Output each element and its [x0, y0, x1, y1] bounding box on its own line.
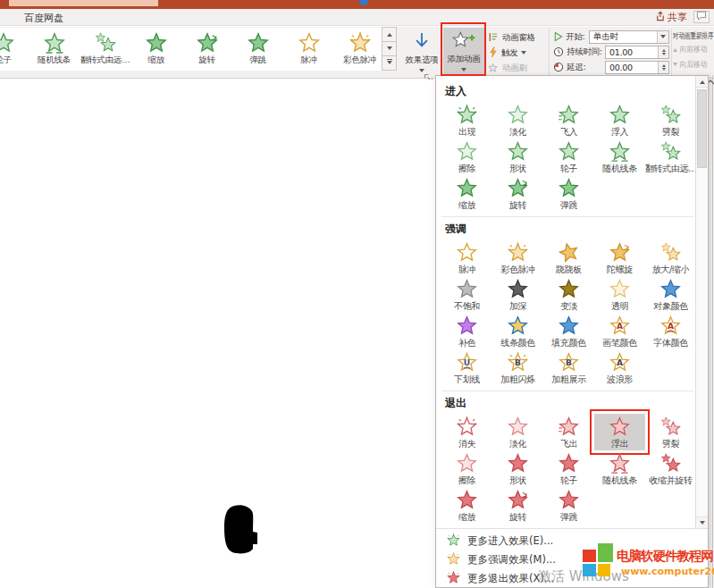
animation-effect-item[interactable]: 跷跷板 — [543, 239, 594, 276]
animation-pane-button[interactable]: 动画窗格 — [488, 30, 548, 46]
animation-effect-item[interactable]: 浮入 — [594, 102, 645, 139]
gallery-more-icon — [387, 59, 392, 67]
gallery-animation-item[interactable]: 弹跳 — [232, 31, 283, 71]
scroll-down-button[interactable] — [696, 517, 708, 528]
animation-effect-item[interactable]: 弹跳 — [543, 487, 594, 524]
animation-effect-item[interactable]: 收缩并旋转 — [645, 450, 695, 487]
gallery-more-button[interactable] — [382, 55, 397, 71]
animation-effect-item[interactable]: 缩放 — [441, 175, 492, 212]
animation-effect-item[interactable]: 不饱和 — [441, 276, 492, 313]
animation-effect-item[interactable]: 透明 — [594, 276, 645, 313]
effect-label: 跷跷板 — [556, 264, 582, 276]
animation-effect-item[interactable]: 擦除 — [441, 450, 492, 487]
comments-button[interactable] — [693, 11, 710, 23]
gallery-item-label: 彩色脉冲 — [343, 55, 376, 66]
gallery-animation-item[interactable]: 随机线条 — [29, 31, 80, 71]
star-effect-icon — [559, 276, 579, 299]
star-effect-icon — [660, 414, 681, 437]
combobox-dropdown-button[interactable] — [657, 31, 668, 43]
animation-effect-item[interactable]: 飞入 — [543, 102, 594, 139]
title-bar — [0, 0, 714, 9]
animation-effect-item[interactable]: B加粗展示 — [543, 349, 594, 386]
animation-effect-item[interactable]: 陀螺旋 — [594, 239, 645, 276]
animation-effect-item[interactable]: 劈裂 — [645, 414, 695, 450]
animation-effect-item[interactable]: B加粗闪烁 — [492, 349, 543, 386]
animation-effect-item[interactable]: 对象颜色 — [645, 276, 695, 313]
gallery-scroll-up-button[interactable] — [382, 27, 397, 42]
add-animation-button[interactable]: 添加动画 — [443, 28, 484, 76]
star-effect-icon — [609, 239, 630, 263]
effect-label: 画笔颜色 — [602, 337, 636, 349]
gallery-animation-item[interactable]: 翻转式由远… — [80, 31, 130, 71]
star-effect-icon — [44, 31, 65, 55]
animation-effect-item[interactable]: A画笔颜色 — [594, 313, 645, 349]
scroll-up-button[interactable] — [696, 76, 708, 88]
gallery-animation-item[interactable]: 轮子 — [0, 31, 29, 71]
start-combobox[interactable]: 单击时 — [589, 30, 669, 44]
black-ink-shape[interactable] — [220, 503, 261, 557]
effect-label: 消失 — [458, 438, 475, 450]
effects-grid: 脉冲彩色脉冲跷跷板陀螺旋放大/缩小不饱和加深变淡透明对象颜色补色线条颜色填充颜色… — [441, 239, 695, 386]
gallery-animation-item[interactable]: 缩放 — [130, 31, 181, 71]
animation-effect-item[interactable]: 缩放 — [441, 487, 492, 524]
star-menu-icon — [447, 533, 460, 550]
animation-effect-item[interactable]: 轮子 — [543, 450, 594, 487]
down-arrow-icon — [700, 521, 705, 527]
effect-label: 波浪形 — [607, 374, 633, 386]
animation-effect-item[interactable]: 弹跳 — [543, 175, 594, 212]
star-effect-icon — [95, 31, 116, 55]
spinner-buttons[interactable] — [658, 46, 668, 58]
menu-item-label: 更多进入效果(E)... — [467, 534, 553, 548]
animation-effect-item[interactable]: U下划线 — [441, 349, 492, 386]
delay-spinner[interactable]: 00.00 — [605, 61, 669, 74]
animation-effect-item[interactable]: 补色 — [441, 313, 492, 349]
trigger-button[interactable]: 触发 — [488, 46, 548, 61]
effect-label: 透明 — [611, 300, 628, 313]
gallery-animation-item[interactable]: 旋转 — [181, 31, 232, 71]
gallery-animation-item[interactable]: 脉冲 — [283, 31, 334, 71]
share-button[interactable]: 共享 — [655, 11, 687, 24]
panel-scrollbar[interactable] — [695, 76, 708, 528]
animation-effect-item[interactable]: 随机线条 — [594, 450, 645, 487]
logo-green-square — [598, 543, 613, 562]
spinner-buttons[interactable] — [658, 62, 668, 73]
animation-effect-item[interactable]: A波浪形 — [594, 349, 645, 386]
animation-effect-item[interactable]: A字体颜色 — [645, 313, 695, 349]
animation-effect-item[interactable]: 脉冲 — [441, 239, 492, 276]
animation-effect-item[interactable]: 翻转式由远… — [645, 139, 695, 175]
animation-effect-item[interactable]: 形状 — [492, 139, 543, 175]
titlebar-highlight — [9, 0, 158, 6]
gallery-item-label: 随机线条 — [38, 55, 71, 66]
duration-spinner[interactable]: 01.00 — [605, 46, 669, 59]
animation-effect-item[interactable]: 劈裂 — [645, 102, 695, 139]
section-title: 强调 — [445, 222, 695, 237]
animation-effect-item[interactable]: 出现 — [441, 102, 492, 139]
down-arrow-icon — [387, 46, 392, 53]
star-effect-icon: A — [609, 349, 630, 373]
animation-effect-item[interactable]: 加深 — [492, 276, 543, 313]
animation-effect-item[interactable]: 旋转 — [492, 175, 543, 212]
gallery-scroll-down-button[interactable] — [382, 41, 397, 56]
animation-effect-item[interactable]: 消失 — [441, 414, 492, 450]
animation-effect-item[interactable]: 飞出 — [543, 414, 594, 450]
effect-options-button[interactable]: 效果选项 — [400, 29, 443, 77]
animation-effect-item[interactable]: 彩色脉冲 — [492, 239, 543, 276]
animation-effect-item[interactable]: 填充颜色 — [543, 313, 594, 349]
animation-effect-item[interactable]: 随机线条 — [594, 139, 645, 175]
comment-icon — [696, 11, 707, 23]
scrollbar-thumb[interactable] — [697, 89, 707, 168]
animation-effect-item[interactable]: 放大/缩小 — [645, 239, 695, 276]
animation-effect-item-selected[interactable]: 浮出 — [594, 414, 645, 450]
animation-effect-item[interactable]: 轮子 — [543, 139, 594, 175]
window-edge-line — [712, 75, 713, 588]
animation-effect-item[interactable]: 淡化 — [492, 414, 543, 450]
animation-effect-item[interactable]: 旋转 — [492, 487, 543, 524]
section-title: 退出 — [445, 396, 695, 411]
animation-effect-item[interactable]: 淡化 — [492, 102, 543, 139]
animation-effect-item[interactable]: 擦除 — [441, 139, 492, 175]
gallery-animation-item[interactable]: 彩色脉冲 — [334, 31, 382, 71]
logo-blue-square — [583, 564, 596, 576]
animation-effect-item[interactable]: 形状 — [492, 450, 543, 487]
animation-effect-item[interactable]: 变淡 — [543, 276, 594, 313]
animation-effect-item[interactable]: 线条颜色 — [492, 313, 543, 349]
